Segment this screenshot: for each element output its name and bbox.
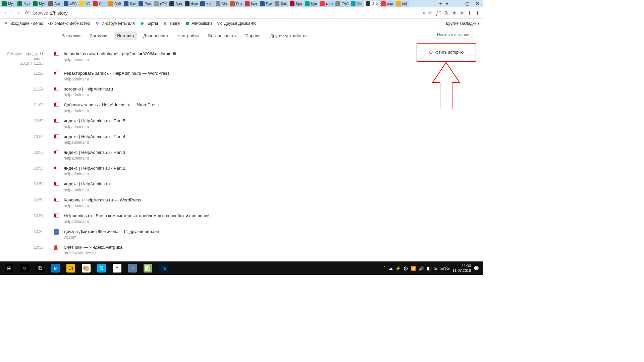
toolbar-icon[interactable]: ⬇ bbox=[475, 10, 480, 16]
browser-tab[interactable]: Счё bbox=[107, 0, 122, 7]
history-title[interactable]: Редактировать запись ‹ HelpAdmins.ru — W… bbox=[64, 70, 483, 76]
toolbar-icon[interactable]: ▫ bbox=[423, 10, 425, 16]
bookmark-item[interactable]: 🗎share bbox=[163, 21, 180, 26]
browser-tab[interactable]: И✕ bbox=[364, 0, 379, 7]
browser-tab[interactable]: мен bbox=[319, 0, 334, 7]
history-entry[interactable]: 10:36Друзья Дмитрия Фомичева – 11 друзей… bbox=[0, 228, 483, 241]
back-button[interactable]: ← bbox=[3, 9, 10, 16]
taskbar-app[interactable]: ⊞ bbox=[1, 261, 17, 275]
history-entry[interactable]: 11:00Добавить запись ‹ HelpAdmins.ru — W… bbox=[0, 101, 483, 114]
bookmark-item[interactable]: MВходящие - demo bbox=[3, 21, 43, 26]
url-input[interactable]: browser://history bbox=[33, 10, 419, 16]
browser-tab[interactable]: «PC bbox=[62, 0, 77, 7]
taskbar-app[interactable]: e bbox=[48, 261, 63, 275]
history-entry[interactable]: 11:24историю | HelpAdmins.ruhelpadmins.r… bbox=[0, 85, 483, 98]
tray-icon[interactable]: ⚡ bbox=[395, 266, 401, 271]
tab-close-icon[interactable]: ✕ bbox=[376, 1, 379, 6]
history-title[interactable]: яндекс | HelpAdmins.ru - Part 3 bbox=[64, 149, 483, 156]
history-entry[interactable]: 10:59яндекс | HelpAdmins.ru - Part 4help… bbox=[0, 133, 483, 146]
history-entry[interactable]: 10:59яндекс | HelpAdmins.ru - Part 5help… bbox=[0, 117, 483, 130]
settings-tab[interactable]: Загрузки bbox=[87, 32, 110, 40]
history-search-input[interactable] bbox=[433, 31, 473, 39]
browser-tab[interactable]: Кра bbox=[288, 0, 304, 7]
notifications-icon[interactable]: 💬 bbox=[474, 266, 479, 271]
history-entry[interactable]: 10:58яндекс | HelpAdmins.ru - Part 2help… bbox=[0, 164, 483, 177]
toolbar-icon[interactable]: ❋ bbox=[460, 10, 464, 16]
taskbar-app[interactable]: 📝 bbox=[140, 261, 156, 275]
bookmark-item[interactable]: ▦AllPositions bbox=[184, 21, 212, 26]
taskbar-app[interactable]: S bbox=[94, 261, 109, 275]
history-entry[interactable]: 11:25Редактировать запись ‹ HelpAdmins.r… bbox=[0, 69, 483, 82]
taskbar-app[interactable]: ⧉ bbox=[32, 261, 48, 275]
forward-button[interactable]: → bbox=[14, 9, 21, 16]
maximize-button[interactable]: ▢ bbox=[464, 1, 470, 6]
new-tab-button[interactable]: + bbox=[437, 1, 444, 7]
browser-tab[interactable]: Фил bbox=[183, 0, 199, 7]
history-entry[interactable]: 10:58яндекс | HelpAdmins.ruhelpadmins.ru bbox=[0, 180, 483, 193]
history-title[interactable]: яндекс | HelpAdmins.ru - Part 4 bbox=[64, 134, 483, 140]
browser-tab[interactable]: eTX bbox=[153, 0, 168, 7]
browser-tab[interactable]: Ред bbox=[137, 0, 152, 7]
history-title[interactable]: Helpadmins.ru - Все о компьютерных пробл… bbox=[64, 213, 483, 219]
history-search[interactable] bbox=[433, 31, 473, 39]
history-entry[interactable]: Сегодня - среда, 11 июля2018 г. 11:25hel… bbox=[0, 50, 483, 67]
history-title[interactable]: Счётчики — Яндекс.Метрика bbox=[64, 244, 483, 250]
settings-tab[interactable]: Другие устройства bbox=[267, 32, 311, 40]
tray-icon[interactable]: ˄ bbox=[383, 266, 386, 271]
tray-icon[interactable]: 🔊 bbox=[419, 266, 424, 271]
browser-tab[interactable]: Рук bbox=[259, 0, 273, 7]
history-title[interactable]: историю | HelpAdmins.ru bbox=[64, 86, 483, 92]
settings-tab[interactable]: Закладки bbox=[59, 32, 84, 40]
taskbar-app[interactable]: Y bbox=[109, 261, 125, 275]
taskbar-app[interactable]: 🗂 bbox=[63, 261, 78, 275]
toolbar-icon[interactable]: ƒ? bbox=[436, 10, 441, 16]
tray-icon[interactable]: ◧ bbox=[427, 266, 431, 271]
history-title[interactable]: яндекс | HelpAdmins.ru - Part 2 bbox=[64, 165, 483, 171]
bookmark-item[interactable]: VKДрузья Димки Фо bbox=[217, 21, 256, 26]
browser-tab[interactable]: ctrl bbox=[395, 0, 409, 7]
tray-icon[interactable]: ⏻ bbox=[404, 266, 408, 271]
browser-tab[interactable]: Соз bbox=[92, 0, 107, 7]
browser-tab[interactable]: Как bbox=[122, 0, 137, 7]
bookmark-item[interactable]: ◉Карты bbox=[140, 21, 158, 26]
taskbar-app[interactable]: ○ bbox=[17, 261, 32, 275]
browser-tab[interactable]: Куп bbox=[304, 0, 318, 7]
language-indicator[interactable]: ENG bbox=[440, 266, 450, 271]
browser-tab[interactable]: Ма bbox=[214, 0, 228, 7]
history-entry[interactable]: 10:58яндекс | HelpAdmins.ru - Part 3help… bbox=[0, 148, 483, 162]
reload-button[interactable]: ⟳ bbox=[25, 10, 29, 16]
browser-tab[interactable]: FAC bbox=[334, 0, 349, 7]
settings-tab[interactable]: Безопасность bbox=[205, 32, 239, 40]
other-bookmarks[interactable]: Другие закладки ▾ bbox=[446, 21, 480, 26]
browser-tab[interactable]: Мут bbox=[16, 0, 31, 7]
taskbar-clock[interactable]: 11:33 11.07.2018 bbox=[452, 263, 471, 273]
browser-tab[interactable]: 1С bbox=[78, 0, 91, 7]
browser-tab[interactable]: Virt bbox=[350, 0, 364, 7]
bookmark-item[interactable]: </>Яндекс.Вебмастер bbox=[48, 21, 90, 26]
close-window-button[interactable]: ✕ bbox=[474, 1, 480, 6]
history-entry[interactable]: 10:58Консоль ‹ HelpAdmins.ru — WordPress… bbox=[0, 196, 483, 209]
taskbar-app[interactable]: 🎨 bbox=[78, 261, 94, 275]
taskbar-app[interactable]: Ps bbox=[156, 261, 171, 275]
browser-tab[interactable]: Рез bbox=[229, 0, 244, 7]
history-title[interactable]: Консоль ‹ HelpAdmins.ru — WordPress bbox=[64, 197, 483, 203]
menu-button[interactable]: ≡ bbox=[444, 1, 450, 6]
history-title[interactable]: яндекс | HelpAdmins.ru - Part 5 bbox=[64, 118, 483, 124]
history-title[interactable]: яндекс | HelpAdmins.ru bbox=[64, 181, 483, 187]
browser-tab[interactable]: Арх bbox=[47, 0, 62, 7]
history-title[interactable]: Друзья Дмитрия Фомичева – 11 друзей онла… bbox=[64, 229, 483, 235]
toolbar-icon[interactable]: ⬇ bbox=[468, 10, 472, 16]
browser-tab[interactable]: янд bbox=[380, 0, 394, 7]
settings-tab[interactable]: Пароли bbox=[242, 32, 264, 40]
taskbar-app[interactable]: ▫ bbox=[125, 261, 140, 275]
history-title[interactable]: Добавить запись ‹ HelpAdmins.ru — WordPr… bbox=[64, 102, 483, 108]
clear-history-button[interactable]: Очистить историю bbox=[417, 43, 476, 62]
browser-tab[interactable]: Как bbox=[273, 0, 288, 7]
settings-tab[interactable]: Настройки bbox=[174, 32, 202, 40]
tray-icon[interactable]: 🖮 bbox=[433, 266, 438, 271]
toolbar-icon[interactable]: ℛ bbox=[445, 10, 449, 16]
toolbar-icon[interactable]: ★ bbox=[452, 10, 457, 16]
browser-tab[interactable]: Ана bbox=[168, 0, 183, 7]
bookmark-item[interactable]: ⚙Инструменты для bbox=[95, 21, 135, 26]
browser-tab[interactable]: Как bbox=[244, 0, 258, 7]
